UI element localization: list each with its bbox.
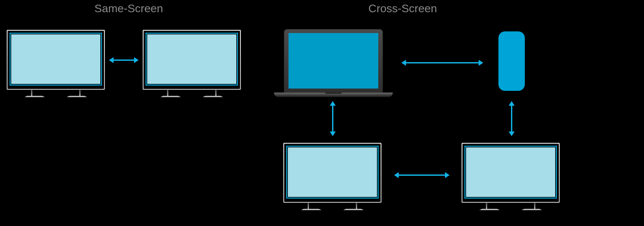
tv-screen-icon [11,34,100,84]
heading-same-screen: Same-Screen [86,2,172,15]
tv-screen-icon [466,147,555,197]
cross-screen-right-vertical-arrow-icon [511,106,512,132]
tv-screen-icon [147,34,236,84]
same-screen-tv-left [7,30,105,97]
cross-screen-tv-left [283,143,382,210]
cross-screen-left-vertical-arrow-icon [332,106,333,132]
cross-screen-tv-right [461,143,560,210]
cross-screen-bottom-arrow-icon [399,174,445,176]
same-screen-tv-right [143,30,241,97]
cross-screen-phone [498,31,525,91]
cross-screen-top-arrow-icon [406,62,479,63]
laptop-screen-icon [288,33,378,89]
same-screen-arrow-icon [114,59,134,61]
cross-screen-laptop [284,29,383,97]
heading-cross-screen: Cross-Screen [356,2,449,15]
tv-screen-icon [288,147,377,197]
